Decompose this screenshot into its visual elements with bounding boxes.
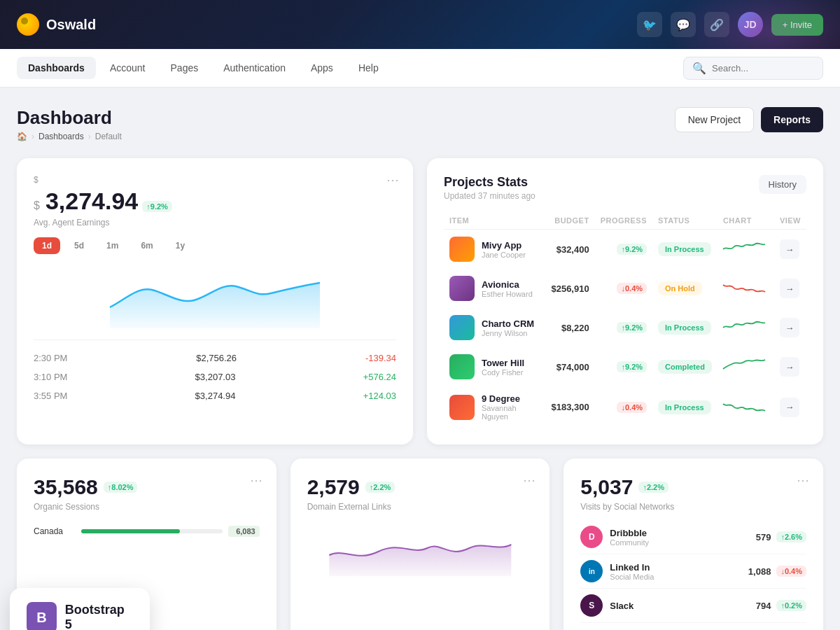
history-button[interactable]: History <box>759 175 806 194</box>
proj-chart-1 <box>718 269 774 308</box>
col-budget: BUDGET <box>545 212 594 230</box>
country-val-canada: 6,083 <box>228 526 260 537</box>
time-2: 3:10 PM <box>34 372 67 382</box>
dollar-sign: $ <box>34 200 40 212</box>
search-input[interactable] <box>712 63 814 74</box>
col-item: ITEM <box>444 212 545 230</box>
proj-view-0[interactable]: → <box>774 230 806 270</box>
projects-title: Projects Stats <box>444 175 536 190</box>
proj-icon-1 <box>449 276 475 301</box>
bottom-grid: B Bootstrap 5 ⋯ 35,568 ↑8.02% Organic Se… <box>17 458 823 630</box>
proj-name-4: 9 Degree <box>482 393 540 404</box>
organic-number: 35,568 <box>34 475 98 499</box>
avg-label: $ <box>34 175 396 185</box>
invite-button[interactable]: + Invite <box>771 14 823 36</box>
social-slack: S Slack 794 ↑0.2% <box>580 589 806 623</box>
proj-budget-4: $183,300 <box>545 386 594 428</box>
earnings-label-text: Avg. Agent Earnings <box>34 218 396 227</box>
social-networks-card: ⋯ 5,037 ↑2.2% Visits by Social Networks … <box>564 458 823 630</box>
proj-icon-0 <box>449 237 475 262</box>
filter-1y[interactable]: 1y <box>167 237 193 254</box>
avatar[interactable]: JD <box>738 12 763 37</box>
slack-info: Slack <box>610 601 634 611</box>
filter-6m[interactable]: 6m <box>132 237 161 254</box>
country-name-canada: Canada <box>34 526 76 536</box>
proj-view-4[interactable]: → <box>774 386 806 428</box>
view-btn-2[interactable]: → <box>780 318 799 337</box>
filter-5d[interactable]: 5d <box>66 237 92 254</box>
proj-status-4: In Process <box>652 386 718 428</box>
tab-dashboards[interactable]: Dashboards <box>17 57 96 79</box>
organic-label: Organic Sessions <box>34 502 260 512</box>
slack-name: Slack <box>610 601 634 611</box>
social-list: D Dribbble Community 579 ↑2.6% in Linked… <box>580 520 806 623</box>
social-value-display: 5,037 ↑2.2% <box>580 475 806 499</box>
proj-owner-0: Jane Cooper <box>482 251 526 259</box>
social-linkedin: in Linked In Social Media 1,088 ↓0.4% <box>580 554 806 589</box>
proj-view-3[interactable]: → <box>774 347 806 386</box>
tab-pages[interactable]: Pages <box>160 57 210 79</box>
page-header: Dashboard 🏠 › Dashboards › Default New P… <box>17 107 823 141</box>
proj-chart-3 <box>718 347 774 386</box>
proj-view-2[interactable]: → <box>774 308 806 347</box>
breadcrumb-dashboards[interactable]: Dashboards <box>38 132 84 141</box>
social-more-button[interactable]: ⋯ <box>797 472 809 488</box>
message-icon[interactable]: 💬 <box>671 12 696 37</box>
projects-header: Projects Stats Updated 37 minutes ago Hi… <box>444 175 806 201</box>
bootstrap-icon: B <box>27 602 57 630</box>
domain-more-button[interactable]: ⋯ <box>523 472 536 488</box>
tab-authentication[interactable]: Authentication <box>212 57 297 79</box>
proj-icon-3 <box>449 354 475 379</box>
proj-progress-2: ↑9.2% <box>595 308 652 347</box>
dribbble-name: Dribbble <box>610 528 649 538</box>
col-status: STATUS <box>652 212 718 230</box>
table-row: 9 Degree Savannah Nguyen $183,300 ↓0.4% … <box>444 386 806 428</box>
bird-icon[interactable]: 🐦 <box>637 12 662 37</box>
proj-progress-0: ↑9.2% <box>595 230 652 270</box>
more-button[interactable]: ⋯ <box>386 172 399 188</box>
linkedin-info: Linked In Social Media <box>610 562 654 581</box>
organic-more-button[interactable]: ⋯ <box>250 472 262 488</box>
currency-symbol: $ <box>34 175 38 185</box>
linkedin-type: Social Media <box>610 573 654 581</box>
projects-subtitle: Updated 37 minutes ago <box>444 191 536 201</box>
proj-progress-4: ↓0.4% <box>595 386 652 428</box>
view-btn-1[interactable]: → <box>780 279 799 298</box>
main-grid: ⋯ $ $ 3,274.94 ↑9.2% Avg. Agent Earnings… <box>17 158 823 444</box>
value-1: $2,756.26 <box>196 353 237 363</box>
search-area[interactable]: 🔍 <box>683 57 823 80</box>
dribbble-badge: ↑2.6% <box>776 531 806 542</box>
home-icon: 🏠 <box>17 132 27 141</box>
projects-card: Projects Stats Updated 37 minutes ago Hi… <box>427 158 823 444</box>
earnings-row-3: 3:55 PM $3,274.94 +124.03 <box>34 386 396 405</box>
slack-badge: ↑0.2% <box>776 600 806 611</box>
share-icon[interactable]: 🔗 <box>704 12 729 37</box>
search-icon: 🔍 <box>692 62 706 75</box>
proj-budget-2: $8,220 <box>545 308 594 347</box>
app-name: Oswald <box>46 17 96 33</box>
earnings-chart <box>34 265 396 328</box>
proj-chart-2 <box>718 308 774 347</box>
page-actions: New Project Reports <box>675 107 823 132</box>
view-btn-4[interactable]: → <box>780 398 799 417</box>
tab-account[interactable]: Account <box>99 57 157 79</box>
tab-help[interactable]: Help <box>347 57 390 79</box>
page-title: Dashboard <box>17 107 122 129</box>
social-badge: ↑2.2% <box>638 482 668 493</box>
filter-1d[interactable]: 1d <box>34 237 60 254</box>
filter-1m[interactable]: 1m <box>98 237 127 254</box>
proj-status-0: In Process <box>652 230 718 270</box>
view-btn-0[interactable]: → <box>780 239 799 259</box>
reports-button[interactable]: Reports <box>761 107 823 132</box>
new-project-button[interactable]: New Project <box>675 107 754 132</box>
proj-icon-4 <box>449 395 475 420</box>
earnings-value-display: $ 3,274.94 ↑9.2% <box>34 188 396 215</box>
proj-view-1[interactable]: → <box>774 269 806 308</box>
tab-apps[interactable]: Apps <box>300 57 344 79</box>
change-3: +124.03 <box>363 391 396 401</box>
linkedin-count: 1,088 <box>748 566 771 577</box>
time-filter: 1d 5d 1m 6m 1y <box>34 237 396 254</box>
view-btn-3[interactable]: → <box>780 357 799 377</box>
nav-right: 🐦 💬 🔗 JD + Invite <box>637 12 823 37</box>
slack-icon: S <box>580 594 603 617</box>
